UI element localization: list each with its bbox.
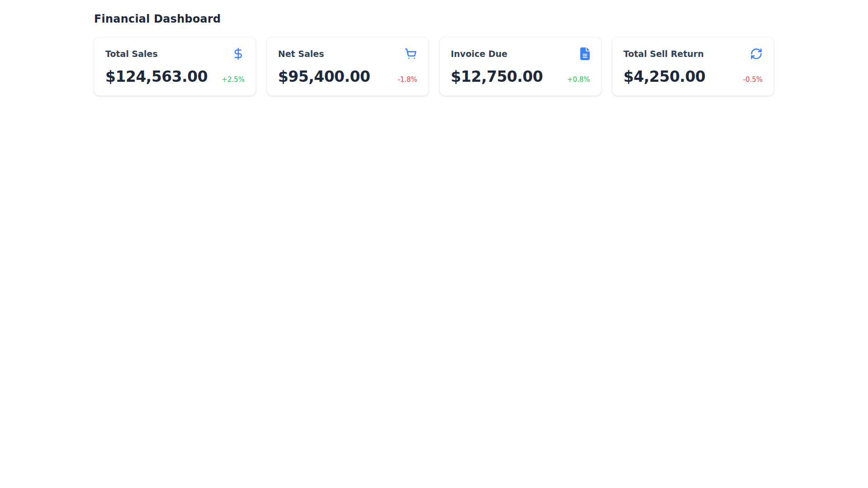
stat-card: Net Sales $95,400.00 -1.8% [267,37,429,96]
stat-card-change: +2.5% [222,75,245,84]
stat-card-label: Invoice Due [451,49,508,59]
stat-card: Total Sales $124,563.00 +2.5% [94,37,256,96]
stat-card-change: +0.8% [567,75,590,84]
refresh-icon [750,47,763,60]
stat-card: Total Sell Return $4,250.00 -0.5% [612,37,774,96]
stat-card-body: $4,250.00 -0.5% [623,68,763,85]
stat-card-header: Net Sales [278,47,417,60]
shopping-cart-icon [405,47,417,60]
stat-card: Invoice Due $12,750.00 +0.8% [439,37,601,96]
stat-card-icon [232,47,245,60]
stat-card-header: Total Sales [105,47,245,60]
stat-card-icon [580,47,590,60]
stat-card-change: -1.8% [397,75,417,84]
invoice-file-text-icon [580,47,590,60]
page-title: Financial Dashboard [94,13,774,25]
stat-card-value: $95,400.00 [278,68,370,85]
stat-card-body: $12,750.00 +0.8% [451,68,590,85]
stat-card-icon [750,47,763,60]
stat-card-label: Net Sales [278,49,324,59]
stat-card-body: $95,400.00 -1.8% [278,68,417,85]
stat-card-value: $124,563.00 [105,68,208,85]
stat-card-header: Total Sell Return [623,47,763,60]
dollar-sign-icon [232,47,245,60]
stat-card-icon [405,47,417,60]
stat-card-change: -0.5% [743,75,763,84]
stat-card-label: Total Sell Return [623,49,704,59]
dashboard-page: Financial Dashboard Total Sales $124,563… [94,0,774,96]
stat-card-body: $124,563.00 +2.5% [105,68,245,85]
stat-card-label: Total Sales [105,49,158,59]
stat-card-value: $4,250.00 [623,68,705,85]
stat-card-value: $12,750.00 [451,68,543,85]
stat-cards-grid: Total Sales $124,563.00 +2.5% Net Sales [94,37,774,96]
stat-card-header: Invoice Due [451,47,590,60]
